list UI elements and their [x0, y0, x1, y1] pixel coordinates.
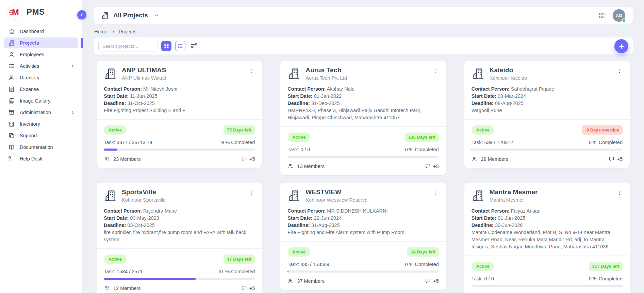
add-project-button[interactable]: [614, 39, 628, 53]
home-icon: [8, 28, 15, 35]
online-status-dot: [622, 18, 626, 22]
chevron-down-icon: [153, 12, 160, 18]
sidebar-collapse-button[interactable]: [77, 10, 86, 19]
start-value: 22-Jun-2024: [314, 215, 342, 221]
chat-icon: [425, 278, 431, 284]
kebab-menu-icon[interactable]: [249, 68, 255, 74]
app-name: PMS: [27, 7, 45, 17]
project-subtitle: Kohinoor Sportsville: [122, 197, 244, 203]
archive-icon: [8, 109, 15, 116]
chat-icon: [608, 156, 615, 162]
kebab-menu-icon[interactable]: [433, 190, 439, 196]
sidebar-item-help-desk[interactable]: ? Help Desk: [4, 153, 78, 164]
percent-completed: 0 % Completed: [589, 140, 623, 145]
chevron-left-icon: [79, 12, 84, 17]
top-header-bar: All Projects AD: [94, 7, 633, 24]
receipt-icon: [8, 86, 15, 93]
project-card-westview[interactable]: WESTVIEW Kohinoor Westview Reserve Conta…: [280, 183, 446, 290]
project-card-kaleido[interactable]: Kaleido Kohinoor Kaleido Contact Person:…: [464, 61, 630, 168]
filter-sliders-icon[interactable]: [190, 42, 199, 50]
contact-label: Contact Person:: [472, 208, 510, 214]
percent-completed: 0 % Completed: [405, 262, 439, 267]
breadcrumb-home[interactable]: Home: [94, 29, 108, 34]
start-date-line: Start Date: 11-Jun-2025: [104, 93, 255, 100]
sidebar-item-directory[interactable]: Directory: [4, 72, 78, 83]
sidebar-item-label: Inventory: [20, 121, 40, 127]
active-indicator: [81, 38, 83, 48]
start-value: 03-May-2023: [130, 215, 159, 221]
kebab-menu-icon[interactable]: [249, 190, 255, 196]
breadcrumb-projects[interactable]: Projects: [119, 29, 136, 34]
comments-button[interactable]: +5: [425, 163, 439, 169]
list-icon: [8, 63, 15, 70]
sidebar-item-label: Dashboard: [20, 29, 44, 34]
sidebar-item-support[interactable]: Support: [4, 130, 78, 141]
deadline-label: Deadline:: [104, 101, 126, 106]
sidebar-item-label: Expense: [20, 87, 39, 92]
comments-button[interactable]: +5: [608, 156, 623, 162]
sidebar-item-administration[interactable]: Administration: [4, 107, 78, 118]
sidebar-item-projects[interactable]: Projects: [4, 37, 78, 48]
sidebar-item-documentation[interactable]: Documentation: [4, 142, 78, 153]
deadline-label: Deadline:: [287, 222, 310, 228]
main-content: All Projects AD Home Projects: [82, 0, 644, 293]
contact-value: Faiyaz Ansari: [511, 208, 541, 214]
project-subtitle: Aurus Tech Pvt Ltd: [306, 75, 427, 81]
project-selector[interactable]: All Projects: [101, 11, 160, 19]
sidebar-item-activities[interactable]: Activities: [4, 61, 78, 72]
project-subtitle: Kohinoor Kaleido: [490, 75, 611, 81]
project-description: Fire Fighting Project Building E and F: [104, 107, 255, 114]
logo-mark: M: [7, 4, 22, 20]
sidebar-item-image-gallary[interactable]: Image Gallary: [4, 95, 78, 106]
task-count: Task: 539 / 120312: [472, 140, 513, 145]
members-icon: [287, 163, 294, 169]
project-name: SportsVille: [122, 188, 244, 196]
kebab-menu-icon[interactable]: [616, 68, 623, 74]
members-count: 13 Members: [297, 164, 325, 169]
deadline-value: 08-Aug-2025: [495, 101, 524, 106]
project-name: WESTVIEW: [306, 188, 427, 196]
list-view-button[interactable]: [175, 41, 185, 51]
project-description: Fire Fighting and Fire Alarm system with…: [287, 229, 439, 236]
search-input[interactable]: [98, 41, 158, 51]
project-card-mantra-mesmer[interactable]: Mantra Mesmer Mantra Mesmer Contact Pers…: [464, 183, 630, 293]
sidebar-item-label: Activities: [20, 63, 39, 69]
project-card-anp-ultimas[interactable]: ANP ULTIMAS ANP Ultimas Wakad Contact Pe…: [97, 61, 262, 168]
sidebar-item-label: Image Gallary: [20, 98, 50, 104]
kebab-menu-icon[interactable]: [433, 68, 439, 74]
project-description: fire sprinkler, fire hydrant,fire pump r…: [104, 229, 255, 243]
members-count: 23 Members: [113, 156, 141, 162]
avatar[interactable]: AD: [613, 9, 625, 22]
sidebar-item-expense[interactable]: Expense: [4, 84, 78, 95]
list-view-icon: [177, 43, 184, 49]
comments-count: +5: [433, 278, 439, 284]
sidebar-item-dashboard[interactable]: Dashboard: [4, 26, 78, 37]
days-left-badge: -9 Days overdue: [582, 125, 623, 135]
start-value: 03-Mar-2024: [498, 93, 526, 99]
sidebar-item-inventory[interactable]: Inventory: [4, 119, 78, 129]
app-logo: M PMS: [0, 0, 82, 23]
comments-button[interactable]: +5: [241, 156, 255, 162]
deadline-line: Deadline: 30-Jun-2026: [472, 222, 623, 229]
sidebar-item-label: Projects: [20, 40, 39, 46]
start-date-line: Start Date: 03-May-2023: [104, 215, 255, 222]
project-card-aurus-tech[interactable]: Aurus Tech Aurus Tech Pvt Ltd Contact Pe…: [280, 61, 446, 175]
comments-count: +5: [433, 164, 439, 169]
task-count: Task: 0 / 0: [287, 147, 310, 152]
project-name: Aurus Tech: [306, 66, 427, 74]
kebab-menu-icon[interactable]: [616, 190, 623, 196]
apps-grid-icon[interactable]: [598, 12, 605, 19]
comments-button[interactable]: +5: [241, 285, 255, 291]
members-count: 28 Members: [481, 156, 509, 162]
project-name: Kaleido: [490, 66, 611, 74]
comments-button[interactable]: +5: [425, 278, 439, 284]
grid-view-button[interactable]: [161, 41, 171, 51]
project-card-sportsville[interactable]: SportsVille Kohinoor Sportsville Contact…: [97, 183, 262, 293]
sidebar-item-employees[interactable]: Employees: [4, 49, 78, 60]
contact-value: Akshay Nale: [327, 86, 354, 92]
percent-completed: 9 % Completed: [221, 140, 255, 145]
deadline-value: 31-Dec-2025: [311, 101, 340, 106]
book-icon: [8, 144, 15, 151]
members-count: 12 Members: [113, 286, 141, 291]
deadline-value: 30-Jun-2026: [495, 222, 523, 228]
